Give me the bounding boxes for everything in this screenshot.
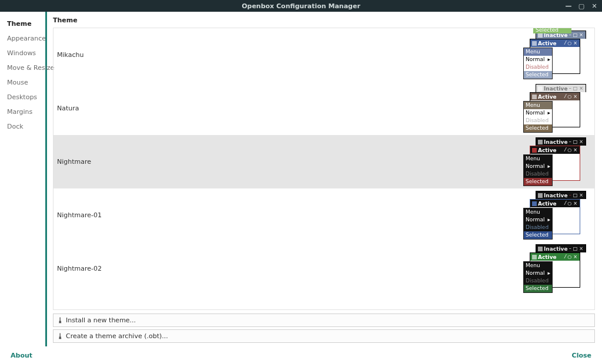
install-theme-button[interactable]: ⭳ Install a new theme... — [53, 314, 595, 327]
preview-active-label: Active — [538, 201, 557, 207]
theme-label: Nightmare-01 — [53, 211, 104, 219]
theme-row-nightmare[interactable]: NightmareInactive–□×Active⁄○×MenuNormal▸… — [53, 135, 594, 188]
theme-preview: Inactive–□×Active⁄○×MenuNormal▸DisabledS… — [530, 84, 588, 132]
preview-close-icon: × — [573, 254, 578, 259]
sidebar-item-margins[interactable]: Margins — [7, 105, 43, 119]
maximize-icon[interactable]: ▢ — [577, 2, 586, 10]
theme-label: Mikachu — [53, 51, 86, 59]
preview-menu-head: Menu — [524, 102, 552, 109]
panel-title: Theme — [53, 16, 595, 24]
preview-pin-icon: ⁄ — [565, 201, 566, 206]
submenu-arrow-icon: ▸ — [547, 269, 550, 277]
preview-menu-item-normal: Normal▸ — [524, 163, 552, 170]
preview-max-icon: ○ — [567, 147, 572, 153]
preview-menu-item-disabled: Disabled — [524, 277, 552, 285]
theme-preview: Inactive–□×Active⁄○×MenuNormal▸DisabledS… — [530, 244, 588, 292]
preview-active-label: Active — [538, 147, 557, 153]
preview-inactive-label: Inactive — [544, 86, 568, 92]
sidebar-item-dock[interactable]: Dock — [7, 119, 43, 134]
preview-menu-item-selected: Selected — [524, 71, 552, 79]
preview-max-icon: □ — [573, 32, 578, 38]
preview-active-label: Active — [538, 254, 557, 260]
download-icon: ⭳ — [57, 332, 63, 340]
theme-row-nightmare01[interactable]: Nightmare-01Inactive–□×Active⁄○×MenuNorm… — [53, 188, 594, 242]
preview-max-icon: ○ — [567, 254, 572, 259]
preview-menu-head: Menu — [524, 208, 552, 216]
preview-max-icon: ○ — [567, 41, 572, 46]
sidebar-item-move-resize[interactable]: Move & Resize — [7, 60, 43, 75]
sidebar-item-windows[interactable]: Windows — [7, 46, 43, 60]
preview-min-icon: – — [569, 246, 572, 251]
theme-preview: Inactive–□×Active⁄○×MenuNormal▸DisabledS… — [530, 31, 588, 79]
close-icon[interactable]: ✕ — [590, 2, 598, 10]
sidebar-item-theme[interactable]: Theme — [7, 16, 43, 31]
preview-inactive-label: Inactive — [544, 193, 568, 198]
window-icon — [538, 247, 543, 251]
preview-max-icon: ○ — [567, 94, 572, 99]
preview-menu-item-disabled: Disabled — [524, 117, 552, 124]
theme-label: Natura — [53, 105, 82, 112]
theme-list[interactable]: MikachuInactive–□×Active⁄○×MenuNormal▸Di… — [53, 28, 595, 310]
window-icon — [538, 86, 543, 91]
preview-max-icon: □ — [573, 139, 578, 144]
window-icon — [538, 140, 543, 144]
sidebar-item-desktops[interactable]: Desktops — [7, 90, 43, 105]
preview-close-icon: × — [579, 193, 584, 198]
preview-close-icon: × — [579, 32, 584, 38]
preview-menu-item-disabled: Disabled — [524, 224, 552, 231]
window-icon — [532, 255, 537, 259]
preview-pin-icon: ⁄ — [565, 94, 566, 99]
theme-label: Nightmare-02 — [53, 265, 104, 272]
category-sidebar: ThemeAppearanceWindowsMove & ResizeMouse… — [0, 12, 47, 346]
theme-row-nightmare02[interactable]: Nightmare-02Inactive–□×Active⁄○×MenuNorm… — [53, 242, 594, 295]
preview-menu-item-selected: Selected — [524, 124, 552, 132]
main-panel: Theme MikachuInactive–□×Active⁄○×MenuNor… — [47, 12, 602, 346]
window-icon — [532, 148, 537, 153]
theme-label: Nightmare — [53, 158, 93, 166]
preview-menu-item-normal: Normal▸ — [524, 216, 552, 224]
window-icon — [532, 41, 537, 46]
preview-active-label: Active — [538, 41, 557, 46]
theme-preview: Inactive–□×Active⁄○×MenuNormal▸DisabledS… — [530, 137, 588, 186]
preview-menu-item-selected: Selected — [524, 178, 552, 186]
preview-menu-item-normal: Normal▸ — [524, 56, 552, 63]
preview-close-icon: × — [573, 201, 578, 206]
dialog-footer: About Close — [0, 346, 602, 364]
preview-max-icon: ○ — [567, 201, 572, 206]
download-icon: ⭳ — [57, 316, 63, 324]
window-icon — [532, 95, 537, 99]
about-button[interactable]: About — [11, 352, 32, 359]
create-archive-button[interactable]: ⭳ Create a theme archive (.obt)... — [53, 329, 595, 343]
preview-menu-item-selected: Selected — [524, 285, 552, 292]
preview-inactive-label: Inactive — [544, 139, 568, 145]
preview-max-icon: □ — [573, 193, 578, 198]
sidebar-item-mouse[interactable]: Mouse — [7, 75, 43, 90]
preview-max-icon: □ — [573, 246, 578, 251]
preview-menu-item-selected: Selected — [524, 231, 552, 239]
preview-menu-head: Menu — [524, 155, 552, 163]
preview-close-icon: × — [573, 94, 578, 99]
preview-menu-item-normal: Normal▸ — [524, 269, 552, 277]
preview-close-icon: × — [579, 139, 584, 144]
close-button[interactable]: Close — [572, 352, 591, 359]
preview-inactive-label: Inactive — [544, 246, 568, 252]
sidebar-item-appearance[interactable]: Appearance — [7, 31, 43, 46]
window-icon — [538, 193, 543, 198]
preview-menu-item-selected: Selected — [533, 28, 571, 33]
preview-close-icon: × — [573, 41, 578, 46]
preview-pin-icon: ⁄ — [565, 147, 566, 153]
theme-row-mikachu[interactable]: MikachuInactive–□×Active⁄○×MenuNormal▸Di… — [53, 28, 594, 82]
create-archive-label: Create a theme archive (.obt)... — [66, 332, 168, 340]
install-theme-label: Install a new theme... — [66, 316, 136, 324]
theme-row-natura[interactable]: NaturaInactive–□×Active⁄○×MenuNormal▸Dis… — [53, 82, 594, 135]
preview-max-icon: □ — [573, 86, 578, 91]
preview-min-icon: – — [569, 139, 572, 144]
window-titlebar: Openbox Configuration Manager — ▢ ✕ — [0, 0, 602, 12]
preview-menu-head: Menu — [524, 262, 552, 269]
window-icon — [532, 201, 537, 206]
theme-preview: Inactive–□×Active⁄○×MenuNormal▸DisabledS… — [530, 191, 588, 239]
preview-menu-item-disabled: Disabled — [524, 63, 552, 71]
minimize-icon[interactable]: — — [564, 2, 573, 10]
preview-pin-icon: ⁄ — [565, 41, 566, 46]
preview-menu-item-normal: Normal▸ — [524, 109, 552, 117]
